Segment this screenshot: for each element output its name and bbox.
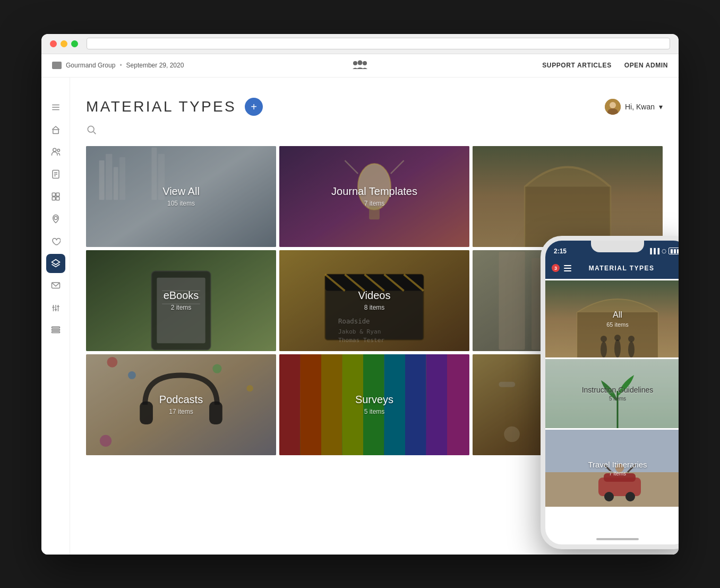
svg-rect-6: [53, 130, 58, 134]
sidebar-item-grid[interactable]: [46, 187, 65, 206]
phone-menu-icon[interactable]: [564, 265, 571, 271]
phone-card-instruction[interactable]: Instruction Guidelines 5 items: [545, 359, 679, 428]
svg-point-1: [358, 61, 363, 65]
svg-rect-28: [52, 331, 59, 333]
phone-card-title-all: All: [613, 310, 622, 320]
phone-card-overlay-travel: Travel Itineraries 7 items: [545, 430, 679, 507]
svg-point-0: [353, 61, 357, 65]
open-admin-link[interactable]: OPEN ADMIN: [624, 62, 668, 69]
phone-menu-area: 3: [552, 264, 571, 272]
battery-icon: ▮▮▮: [668, 248, 679, 254]
phone-time: 2:15: [554, 248, 567, 255]
card-overlay-view-all: View All 105 items: [86, 146, 276, 247]
card-subtitle-surveys: 5 items: [364, 408, 385, 415]
card-overlay-partial-1: [473, 146, 663, 247]
phone-home-bar: [596, 538, 639, 540]
wifi-icon: ◌: [662, 248, 666, 254]
phone-screen: 2:15 ▐▐▐ ◌ ▮▮▮ 3 MATERIAL TYPES: [545, 241, 679, 544]
page-header: MATERIAL TYPES + Hi, Kwan ▾: [86, 98, 663, 116]
card-title-videos: Videos: [358, 289, 391, 302]
card-title-podcasts: Podcasts: [159, 394, 203, 406]
user-greeting-text: Hi, Kwan: [625, 103, 655, 111]
svg-rect-16: [56, 197, 59, 200]
phone-header-title: MATERIAL TYPES: [576, 265, 667, 272]
card-subtitle-journal: 7 items: [364, 200, 385, 207]
browser-chrome: [41, 34, 679, 54]
card-overlay-journal: Journal Templates 7 items: [279, 146, 469, 247]
svg-rect-13: [52, 193, 55, 196]
top-bar-right: SUPPORT ARTICLES OPEN ADMIN: [542, 62, 668, 69]
sidebar: [41, 54, 70, 555]
chevron-down-icon: ▾: [659, 103, 663, 111]
support-articles-link[interactable]: SUPPORT ARTICLES: [542, 62, 612, 69]
grid-card-view-all[interactable]: View All 105 items: [86, 146, 276, 247]
page-title-area: MATERIAL TYPES +: [86, 98, 263, 116]
card-overlay-podcasts: Podcasts 17 items: [86, 354, 276, 455]
sidebar-item-menu[interactable]: [46, 98, 65, 117]
sidebar-item-home[interactable]: [46, 120, 65, 139]
phone-notch: [591, 241, 644, 252]
svg-point-17: [54, 216, 57, 219]
sidebar-item-message[interactable]: [46, 276, 65, 295]
card-overlay-videos: Videos 8 items: [279, 250, 469, 351]
browser-window: Gourmand Group • September 29, 2020 SUPP…: [41, 34, 679, 555]
sidebar-item-heart[interactable]: [46, 232, 65, 251]
phone-app-header: 3 MATERIAL TYPES: [545, 258, 679, 279]
phone-card-subtitle-instruction: 5 items: [609, 396, 626, 402]
grid-card-videos[interactable]: Roadside Jakob & Ryan Thomas Tester Vide…: [279, 250, 469, 351]
sidebar-item-tools[interactable]: [46, 299, 65, 318]
phone-status-icons: ▐▐▐ ◌ ▮▮▮: [648, 248, 679, 254]
phone-badge: 3: [552, 264, 560, 272]
phone-card-list: All 65 items: [545, 279, 679, 508]
sidebar-item-file[interactable]: [46, 165, 65, 184]
svg-point-7: [53, 148, 56, 151]
browser-dots: [50, 40, 78, 47]
svg-rect-26: [52, 327, 59, 328]
card-title-view-all: View All: [162, 185, 200, 198]
grid-card-podcasts[interactable]: Podcasts 17 items: [86, 354, 276, 455]
grid-card-surveys[interactable]: Surveys 5 items: [279, 354, 469, 455]
sidebar-item-layers[interactable]: [46, 254, 65, 273]
svg-line-33: [93, 132, 96, 134]
card-title-surveys: Surveys: [355, 394, 393, 406]
brand-name: Gourmand Group: [66, 62, 115, 69]
svg-point-8: [57, 149, 60, 151]
dot-red[interactable]: [50, 40, 57, 47]
grid-card-journal-templates[interactable]: Journal Templates 7 items: [279, 146, 469, 247]
separator: •: [119, 62, 122, 69]
card-overlay-surveys: Surveys 5 items: [279, 354, 469, 455]
card-subtitle-ebooks: 2 items: [171, 304, 192, 311]
phone-card-travel[interactable]: Travel Itineraries 7 items: [545, 430, 679, 507]
phone-card-title-travel: Travel Itineraries: [588, 460, 647, 469]
sidebar-item-location[interactable]: [46, 209, 65, 228]
card-subtitle-videos: 8 items: [364, 304, 385, 311]
svg-point-2: [363, 61, 367, 65]
svg-rect-27: [52, 329, 59, 330]
brand-icon: [52, 62, 62, 69]
user-greeting[interactable]: Hi, Kwan ▾: [605, 99, 663, 115]
signal-icon: ▐▐▐: [648, 248, 659, 254]
svg-rect-14: [56, 193, 59, 196]
grid-card-ebooks[interactable]: eBooks 2 items: [86, 250, 276, 351]
svg-point-32: [88, 126, 94, 132]
page-title: MATERIAL TYPES: [86, 98, 236, 115]
svg-marker-18: [52, 259, 59, 265]
sidebar-item-users[interactable]: [46, 142, 65, 161]
card-title-ebooks: eBooks: [164, 289, 199, 302]
phone-card-subtitle-all: 65 items: [606, 321, 629, 328]
dot-green[interactable]: [71, 40, 78, 47]
top-bar-date: September 29, 2020: [126, 62, 184, 69]
card-subtitle-podcasts: 17 items: [169, 408, 193, 415]
card-subtitle-view-all: 105 items: [167, 200, 195, 207]
svg-point-30: [610, 102, 616, 108]
sidebar-item-music[interactable]: [46, 321, 65, 340]
dot-yellow[interactable]: [61, 40, 67, 47]
browser-url-bar[interactable]: [87, 38, 670, 49]
phone-card-all[interactable]: All 65 items: [545, 280, 679, 357]
grid-card-partial-1[interactable]: [473, 146, 663, 247]
phone-card-overlay-all: All 65 items: [545, 280, 679, 357]
search-area[interactable]: [86, 124, 663, 138]
phone-card-subtitle-travel: 7 items: [609, 471, 626, 476]
top-bar: Gourmand Group • September 29, 2020 SUPP…: [41, 54, 679, 78]
add-material-button[interactable]: +: [245, 98, 263, 116]
